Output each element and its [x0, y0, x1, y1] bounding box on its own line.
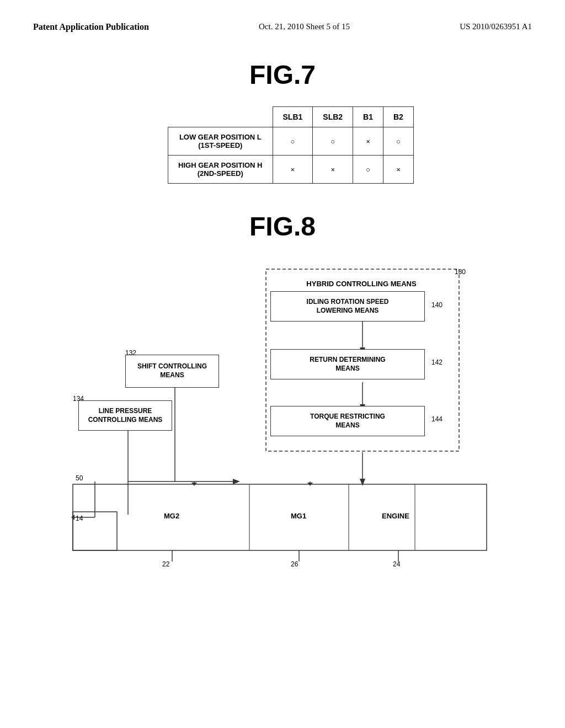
line-pressure-box: LINE PRESSURECONTROLLING MEANS [78, 400, 172, 431]
row1-slb2: ○ [313, 127, 353, 156]
col-b1: B1 [353, 107, 383, 127]
header-patent-number: US 2010/0263951 A1 [460, 22, 532, 31]
fig7-title: FIG.7 [249, 60, 316, 90]
table-row: LOW GEAR POSITION L(1ST-SPEED) ○ ○ × ○ [168, 127, 414, 156]
label-26: 26 [291, 560, 298, 568]
row2-label: HIGH GEAR POSITION H(2ND-SPEED) [168, 156, 273, 184]
return-determining-box: RETURN DETERMININGMEANS [270, 349, 425, 379]
svg-marker-6 [360, 479, 365, 486]
fig8-section: FIG.8 [0, 211, 565, 572]
table-row: HIGH GEAR POSITION H(2ND-SPEED) × × ○ × [168, 156, 414, 184]
label-50: 50 [76, 474, 83, 482]
row2-slb2: × [313, 156, 353, 184]
svg-marker-8 [172, 479, 365, 486]
shift-controlling-box: SHIFT CONTROLLINGMEANS [125, 355, 219, 388]
col-slb2: SLB2 [313, 107, 353, 127]
label-mg2: MG2 [164, 512, 179, 520]
row1-slb1: ○ [273, 127, 313, 156]
col-slb1: SLB1 [273, 107, 313, 127]
header-publication-label: Patent Application Publication [33, 22, 149, 32]
idling-lowering-box: IDLING ROTATION SPEEDLOWERING MEANS [270, 291, 425, 322]
label-144: 144 [431, 415, 443, 423]
label-14: 14 [76, 515, 83, 522]
row1-label: LOW GEAR POSITION L(1ST-SPEED) [168, 127, 273, 156]
header-date-sheet: Oct. 21, 2010 Sheet 5 of 15 [259, 22, 350, 31]
label-134: 134 [73, 395, 84, 403]
label-130: 130 [455, 268, 466, 276]
label-mg1: MG1 [291, 512, 306, 520]
page-header: Patent Application Publication Oct. 21, … [0, 0, 565, 32]
label-142: 142 [431, 358, 443, 366]
label-132: 132 [125, 349, 136, 357]
label-140: 140 [431, 301, 443, 309]
torque-restricting-box: TORQUE RESTRICTINGMEANS [270, 406, 425, 436]
col-b2: B2 [383, 107, 414, 127]
row2-b1: ○ [353, 156, 383, 184]
row1-b2: ○ [383, 127, 414, 156]
row1-b1: × [353, 127, 383, 156]
fig7-section: FIG.7 SLB1 SLB2 B1 B2 LOW GEAR POSITION … [0, 60, 565, 184]
fig8-diagram: HYBRID CONTROLLING MEANS IDLING ROTATION… [40, 264, 525, 572]
gear-table: SLB1 SLB2 B1 B2 LOW GEAR POSITION L(1ST-… [168, 106, 414, 184]
label-22: 22 [162, 560, 169, 568]
svg-marker-10 [233, 479, 240, 484]
svg-rect-13 [73, 484, 487, 550]
row2-slb1: × [273, 156, 313, 184]
fig8-title: FIG.8 [249, 211, 316, 242]
label-24: 24 [393, 560, 400, 568]
label-engine: ENGINE [382, 512, 409, 520]
row2-b2: × [383, 156, 414, 184]
